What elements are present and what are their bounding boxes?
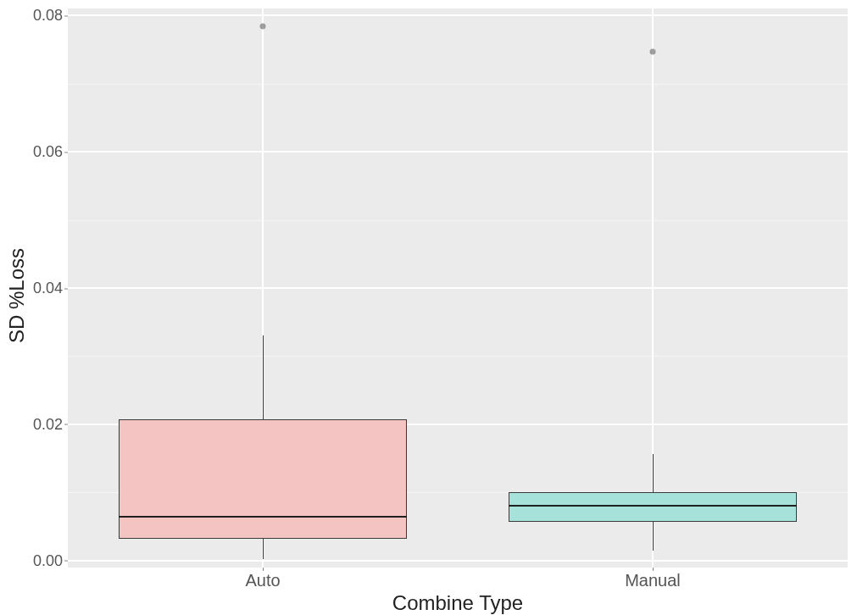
x-axis-title: Combine Type [68,591,848,615]
boxplot-chart: SD %Loss 0.000.020.040.060.08 AutoManual… [0,0,868,615]
x-tick-label: Auto [245,571,280,590]
plot-panel [68,8,848,568]
median-line [509,505,797,507]
x-tick-label: Manual [625,571,681,590]
box-auto [119,419,407,540]
y-tick-label: 0.06 [12,143,63,161]
y-tick-label: 0.00 [12,551,63,569]
outlier-point [650,48,656,54]
y-tick-label: 0.02 [12,415,63,433]
box-manual [509,492,797,522]
y-tick-label: 0.04 [12,280,63,297]
y-tick-label: 0.08 [12,7,63,25]
outlier-point [260,23,266,29]
median-line [119,516,407,518]
